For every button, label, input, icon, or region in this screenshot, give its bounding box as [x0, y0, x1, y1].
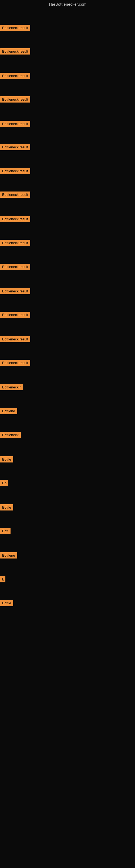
bottleneck-item-8[interactable]: Bottleneck result — [0, 191, 30, 199]
bottleneck-badge-15: Bottleneck result — [0, 360, 30, 366]
bottleneck-badge-11: Bottleneck result — [0, 264, 30, 270]
bottleneck-item-21[interactable]: Bottle — [0, 504, 13, 512]
bottleneck-badge-1: Bottleneck result — [0, 25, 30, 31]
bottleneck-badge-2: Bottleneck result — [0, 48, 30, 55]
bottleneck-item-18[interactable]: Bottleneck — [0, 432, 21, 439]
bottleneck-badge-21: Bottle — [0, 504, 13, 510]
bottleneck-item-24[interactable]: B — [0, 576, 5, 584]
bottleneck-badge-14: Bottleneck result — [0, 336, 30, 342]
bottleneck-item-6[interactable]: Bottleneck result — [0, 144, 30, 151]
bottleneck-item-25[interactable]: Bottle — [0, 600, 13, 607]
bottleneck-badge-18: Bottleneck — [0, 432, 21, 438]
bottleneck-item-7[interactable]: Bottleneck result — [0, 168, 30, 175]
bottleneck-item-12[interactable]: Bottleneck result — [0, 288, 30, 296]
bottleneck-item-23[interactable]: Bottlene — [0, 552, 17, 560]
bottleneck-badge-9: Bottleneck result — [0, 216, 30, 222]
bottleneck-item-17[interactable]: Bottlene — [0, 408, 17, 415]
site-title: TheBottlenecker.com — [0, 0, 135, 9]
bottleneck-item-22[interactable]: Bott — [0, 528, 10, 535]
bottleneck-badge-12: Bottleneck result — [0, 288, 30, 294]
bottleneck-item-16[interactable]: Bottleneck r — [0, 384, 23, 392]
bottleneck-item-3[interactable]: Bottleneck result — [0, 73, 30, 80]
bottleneck-badge-5: Bottleneck result — [0, 121, 30, 127]
bottleneck-item-19[interactable]: Bottle — [0, 456, 13, 464]
bottleneck-badge-22: Bott — [0, 528, 10, 534]
bottleneck-badge-4: Bottleneck result — [0, 96, 30, 102]
bottleneck-badge-23: Bottlene — [0, 552, 17, 558]
bottleneck-badge-6: Bottleneck result — [0, 144, 30, 150]
bottleneck-item-13[interactable]: Bottleneck result — [0, 312, 30, 319]
bottleneck-badge-25: Bottle — [0, 600, 13, 606]
bottleneck-badge-19: Bottle — [0, 456, 13, 463]
bottleneck-item-4[interactable]: Bottleneck result — [0, 96, 30, 104]
bottleneck-item-5[interactable]: Bottleneck result — [0, 121, 30, 128]
bottleneck-list: Bottleneck resultBottleneck resultBottle… — [0, 9, 135, 868]
bottleneck-item-15[interactable]: Bottleneck result — [0, 360, 30, 367]
bottleneck-badge-13: Bottleneck result — [0, 312, 30, 318]
bottleneck-badge-16: Bottleneck r — [0, 384, 23, 390]
bottleneck-item-9[interactable]: Bottleneck result — [0, 216, 30, 223]
bottleneck-item-14[interactable]: Bottleneck result — [0, 336, 30, 343]
bottleneck-badge-20: Bo — [0, 480, 8, 486]
bottleneck-item-1[interactable]: Bottleneck result — [0, 25, 30, 32]
bottleneck-item-10[interactable]: Bottleneck result — [0, 240, 30, 247]
bottleneck-item-2[interactable]: Bottleneck result — [0, 48, 30, 56]
bottleneck-badge-17: Bottlene — [0, 408, 17, 414]
bottleneck-item-11[interactable]: Bottleneck result — [0, 264, 30, 271]
bottleneck-badge-8: Bottleneck result — [0, 191, 30, 198]
bottleneck-badge-10: Bottleneck result — [0, 240, 30, 246]
bottleneck-badge-3: Bottleneck result — [0, 73, 30, 79]
bottleneck-badge-7: Bottleneck result — [0, 168, 30, 174]
bottleneck-item-20[interactable]: Bo — [0, 480, 8, 487]
bottleneck-badge-24: B — [0, 576, 5, 582]
